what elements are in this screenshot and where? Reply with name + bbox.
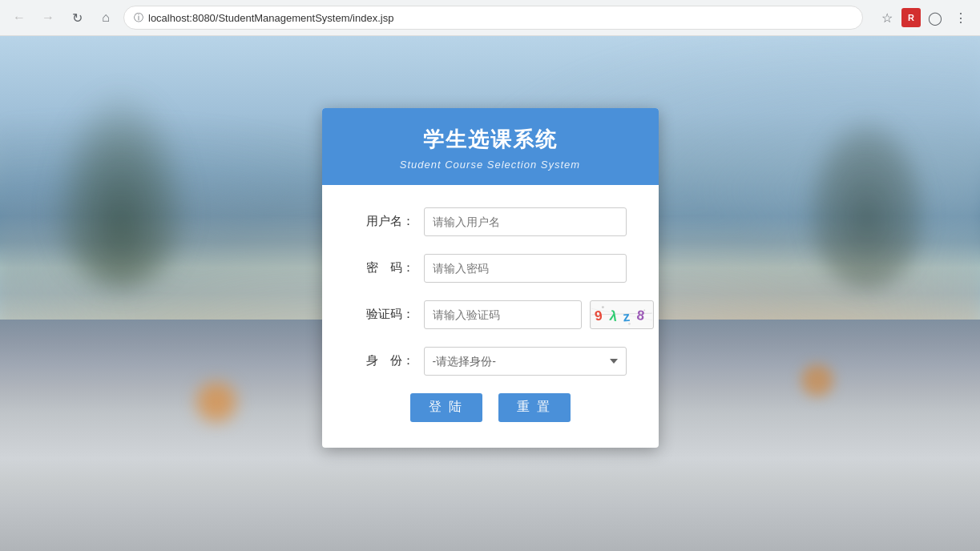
browser-chrome: ← → ↻ ⌂ ⓘ localhost:8080/StudentManageme… (0, 0, 980, 36)
reset-button[interactable]: 重 置 (498, 393, 571, 422)
login-card: 学生选课系统 Student Course Selection System 用… (322, 108, 659, 448)
card-header: 学生选课系统 Student Course Selection System (322, 108, 659, 185)
bg-tree-left (49, 87, 193, 288)
username-label: 用户名： (354, 214, 414, 229)
address-bar[interactable]: ⓘ localhost:8080/StudentManagementSystem… (123, 6, 863, 30)
profile-button[interactable]: ◯ (924, 6, 946, 29)
page-background: 学生选课系统 Student Course Selection System 用… (0, 36, 980, 551)
button-row: 登 陆 重 置 (354, 393, 627, 422)
url-text: localhost:8080/StudentManagementSystem/i… (148, 12, 393, 24)
captcha-group: 9 λ z 8 (424, 300, 654, 329)
identity-select[interactable]: -请选择身份- 学生 教师 管理员 (424, 347, 627, 376)
home-button[interactable]: ⌂ (95, 6, 117, 29)
password-row: 密 码： (354, 254, 627, 283)
username-row: 用户名： (354, 207, 627, 236)
password-input[interactable] (424, 254, 627, 283)
card-body: 用户名： 密 码： 验证码： (322, 185, 659, 448)
reload-button[interactable]: ↻ (66, 6, 88, 29)
svg-point-8 (628, 322, 631, 324)
captcha-row: 验证码： 9 λ z 8 (354, 300, 627, 329)
extension-icon[interactable]: R (901, 8, 921, 27)
bg-bokeh-orange (196, 382, 236, 422)
svg-point-7 (601, 306, 603, 308)
captcha-image[interactable]: 9 λ z 8 (590, 300, 654, 329)
bg-tree-right (803, 113, 931, 289)
captcha-input[interactable] (424, 300, 582, 329)
back-button[interactable]: ← (8, 6, 30, 29)
identity-label: 身 份： (354, 353, 414, 368)
security-icon: ⓘ (134, 11, 143, 25)
forward-button[interactable]: → (37, 6, 59, 29)
menu-button[interactable]: ⋮ (950, 6, 972, 29)
password-label: 密 码： (354, 260, 414, 276)
captcha-label: 验证码： (354, 307, 414, 322)
username-input[interactable] (424, 207, 627, 236)
card-title-en: Student Course Selection System (338, 159, 643, 171)
card-title-zh: 学生选课系统 (338, 126, 643, 154)
svg-point-9 (643, 309, 645, 311)
browser-actions: ☆ R ◯ ⋮ (876, 6, 972, 29)
login-button[interactable]: 登 陆 (410, 393, 482, 422)
identity-row: 身 份： -请选择身份- 学生 教师 管理员 (354, 347, 627, 376)
bg-bokeh-orange2 (801, 364, 833, 396)
bookmark-button[interactable]: ☆ (876, 6, 898, 29)
